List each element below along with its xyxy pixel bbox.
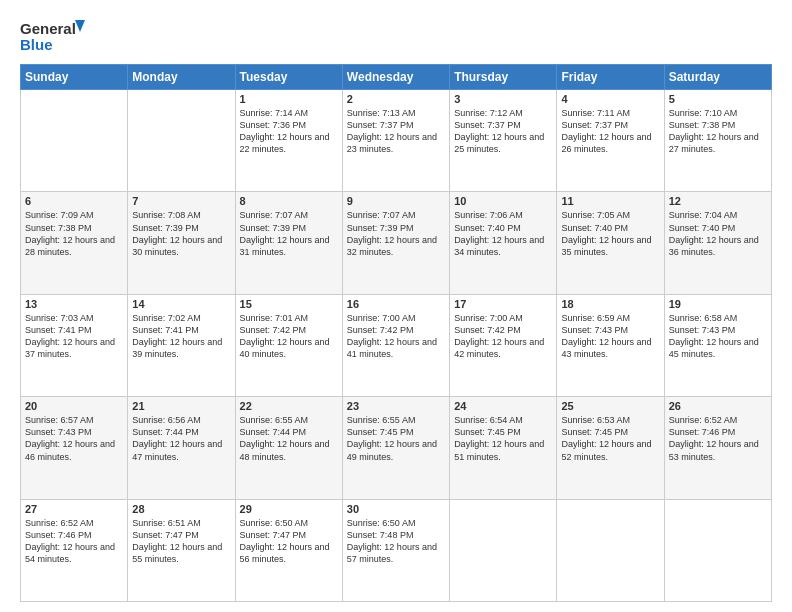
day-info: Sunrise: 6:55 AMSunset: 7:45 PMDaylight:… [347, 414, 445, 463]
header: GeneralBlue [20, 18, 772, 54]
calendar-cell: 24Sunrise: 6:54 AMSunset: 7:45 PMDayligh… [450, 397, 557, 499]
calendar-week-5: 27Sunrise: 6:52 AMSunset: 7:46 PMDayligh… [21, 499, 772, 601]
day-number: 6 [25, 195, 123, 207]
calendar-cell: 28Sunrise: 6:51 AMSunset: 7:47 PMDayligh… [128, 499, 235, 601]
day-number: 25 [561, 400, 659, 412]
calendar-header-row: SundayMondayTuesdayWednesdayThursdayFrid… [21, 65, 772, 90]
day-number: 26 [669, 400, 767, 412]
day-info: Sunrise: 6:55 AMSunset: 7:44 PMDaylight:… [240, 414, 338, 463]
day-number: 13 [25, 298, 123, 310]
day-info: Sunrise: 7:06 AMSunset: 7:40 PMDaylight:… [454, 209, 552, 258]
day-info: Sunrise: 6:50 AMSunset: 7:47 PMDaylight:… [240, 517, 338, 566]
calendar-cell [21, 90, 128, 192]
calendar-cell: 23Sunrise: 6:55 AMSunset: 7:45 PMDayligh… [342, 397, 449, 499]
day-info: Sunrise: 6:58 AMSunset: 7:43 PMDaylight:… [669, 312, 767, 361]
calendar-table: SundayMondayTuesdayWednesdayThursdayFrid… [20, 64, 772, 602]
day-number: 20 [25, 400, 123, 412]
day-info: Sunrise: 7:14 AMSunset: 7:36 PMDaylight:… [240, 107, 338, 156]
day-info: Sunrise: 7:07 AMSunset: 7:39 PMDaylight:… [347, 209, 445, 258]
day-number: 30 [347, 503, 445, 515]
day-header-thursday: Thursday [450, 65, 557, 90]
svg-marker-2 [75, 20, 85, 32]
day-header-sunday: Sunday [21, 65, 128, 90]
day-info: Sunrise: 7:05 AMSunset: 7:40 PMDaylight:… [561, 209, 659, 258]
calendar-cell: 9Sunrise: 7:07 AMSunset: 7:39 PMDaylight… [342, 192, 449, 294]
day-number: 18 [561, 298, 659, 310]
calendar-cell [664, 499, 771, 601]
day-info: Sunrise: 6:52 AMSunset: 7:46 PMDaylight:… [25, 517, 123, 566]
day-info: Sunrise: 6:57 AMSunset: 7:43 PMDaylight:… [25, 414, 123, 463]
day-header-tuesday: Tuesday [235, 65, 342, 90]
calendar-week-2: 6Sunrise: 7:09 AMSunset: 7:38 PMDaylight… [21, 192, 772, 294]
day-number: 12 [669, 195, 767, 207]
day-number: 24 [454, 400, 552, 412]
calendar-cell: 21Sunrise: 6:56 AMSunset: 7:44 PMDayligh… [128, 397, 235, 499]
calendar-cell: 30Sunrise: 6:50 AMSunset: 7:48 PMDayligh… [342, 499, 449, 601]
calendar-cell: 19Sunrise: 6:58 AMSunset: 7:43 PMDayligh… [664, 294, 771, 396]
calendar-cell: 3Sunrise: 7:12 AMSunset: 7:37 PMDaylight… [450, 90, 557, 192]
calendar-cell: 15Sunrise: 7:01 AMSunset: 7:42 PMDayligh… [235, 294, 342, 396]
calendar-cell: 27Sunrise: 6:52 AMSunset: 7:46 PMDayligh… [21, 499, 128, 601]
day-info: Sunrise: 6:56 AMSunset: 7:44 PMDaylight:… [132, 414, 230, 463]
calendar-cell: 4Sunrise: 7:11 AMSunset: 7:37 PMDaylight… [557, 90, 664, 192]
calendar-cell: 16Sunrise: 7:00 AMSunset: 7:42 PMDayligh… [342, 294, 449, 396]
calendar-cell: 14Sunrise: 7:02 AMSunset: 7:41 PMDayligh… [128, 294, 235, 396]
day-info: Sunrise: 7:03 AMSunset: 7:41 PMDaylight:… [25, 312, 123, 361]
calendar-cell: 25Sunrise: 6:53 AMSunset: 7:45 PMDayligh… [557, 397, 664, 499]
day-header-wednesday: Wednesday [342, 65, 449, 90]
day-info: Sunrise: 7:01 AMSunset: 7:42 PMDaylight:… [240, 312, 338, 361]
day-header-friday: Friday [557, 65, 664, 90]
calendar-cell: 2Sunrise: 7:13 AMSunset: 7:37 PMDaylight… [342, 90, 449, 192]
calendar-cell: 29Sunrise: 6:50 AMSunset: 7:47 PMDayligh… [235, 499, 342, 601]
calendar-week-3: 13Sunrise: 7:03 AMSunset: 7:41 PMDayligh… [21, 294, 772, 396]
day-number: 14 [132, 298, 230, 310]
logo: GeneralBlue [20, 18, 90, 54]
calendar-cell [128, 90, 235, 192]
day-info: Sunrise: 7:08 AMSunset: 7:39 PMDaylight:… [132, 209, 230, 258]
day-number: 17 [454, 298, 552, 310]
day-info: Sunrise: 7:09 AMSunset: 7:38 PMDaylight:… [25, 209, 123, 258]
day-number: 23 [347, 400, 445, 412]
day-number: 15 [240, 298, 338, 310]
calendar-cell: 11Sunrise: 7:05 AMSunset: 7:40 PMDayligh… [557, 192, 664, 294]
day-number: 7 [132, 195, 230, 207]
calendar-cell: 20Sunrise: 6:57 AMSunset: 7:43 PMDayligh… [21, 397, 128, 499]
calendar-cell: 17Sunrise: 7:00 AMSunset: 7:42 PMDayligh… [450, 294, 557, 396]
day-number: 29 [240, 503, 338, 515]
day-info: Sunrise: 6:59 AMSunset: 7:43 PMDaylight:… [561, 312, 659, 361]
calendar-cell: 10Sunrise: 7:06 AMSunset: 7:40 PMDayligh… [450, 192, 557, 294]
day-number: 3 [454, 93, 552, 105]
day-info: Sunrise: 7:00 AMSunset: 7:42 PMDaylight:… [347, 312, 445, 361]
day-info: Sunrise: 7:11 AMSunset: 7:37 PMDaylight:… [561, 107, 659, 156]
calendar-cell: 6Sunrise: 7:09 AMSunset: 7:38 PMDaylight… [21, 192, 128, 294]
calendar-week-1: 1Sunrise: 7:14 AMSunset: 7:36 PMDaylight… [21, 90, 772, 192]
day-info: Sunrise: 7:07 AMSunset: 7:39 PMDaylight:… [240, 209, 338, 258]
day-number: 28 [132, 503, 230, 515]
day-number: 1 [240, 93, 338, 105]
calendar-cell: 13Sunrise: 7:03 AMSunset: 7:41 PMDayligh… [21, 294, 128, 396]
calendar-cell: 26Sunrise: 6:52 AMSunset: 7:46 PMDayligh… [664, 397, 771, 499]
day-header-saturday: Saturday [664, 65, 771, 90]
calendar-cell: 1Sunrise: 7:14 AMSunset: 7:36 PMDaylight… [235, 90, 342, 192]
day-info: Sunrise: 6:52 AMSunset: 7:46 PMDaylight:… [669, 414, 767, 463]
calendar-cell: 7Sunrise: 7:08 AMSunset: 7:39 PMDaylight… [128, 192, 235, 294]
calendar-cell: 8Sunrise: 7:07 AMSunset: 7:39 PMDaylight… [235, 192, 342, 294]
day-number: 21 [132, 400, 230, 412]
day-info: Sunrise: 7:00 AMSunset: 7:42 PMDaylight:… [454, 312, 552, 361]
day-info: Sunrise: 7:13 AMSunset: 7:37 PMDaylight:… [347, 107, 445, 156]
day-number: 9 [347, 195, 445, 207]
calendar-cell: 5Sunrise: 7:10 AMSunset: 7:38 PMDaylight… [664, 90, 771, 192]
day-info: Sunrise: 7:10 AMSunset: 7:38 PMDaylight:… [669, 107, 767, 156]
calendar-cell: 12Sunrise: 7:04 AMSunset: 7:40 PMDayligh… [664, 192, 771, 294]
day-number: 4 [561, 93, 659, 105]
day-info: Sunrise: 7:12 AMSunset: 7:37 PMDaylight:… [454, 107, 552, 156]
day-info: Sunrise: 7:04 AMSunset: 7:40 PMDaylight:… [669, 209, 767, 258]
day-number: 16 [347, 298, 445, 310]
calendar-cell [450, 499, 557, 601]
day-number: 2 [347, 93, 445, 105]
svg-text:General: General [20, 20, 76, 37]
calendar-week-4: 20Sunrise: 6:57 AMSunset: 7:43 PMDayligh… [21, 397, 772, 499]
day-info: Sunrise: 6:50 AMSunset: 7:48 PMDaylight:… [347, 517, 445, 566]
day-number: 19 [669, 298, 767, 310]
svg-text:Blue: Blue [20, 36, 53, 53]
